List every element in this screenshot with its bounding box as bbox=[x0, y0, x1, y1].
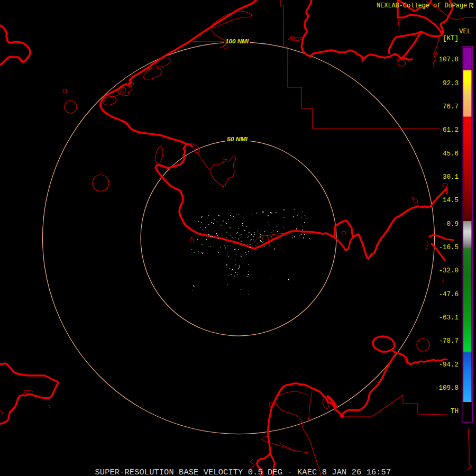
svg-text:-47.6: -47.6 bbox=[438, 291, 459, 298]
svg-text:-16.5: -16.5 bbox=[438, 244, 459, 251]
svg-text:NEXLAB-College of DuPage: NEXLAB-College of DuPage bbox=[377, 2, 467, 10]
svg-text:-94.2: -94.2 bbox=[438, 361, 459, 369]
svg-text:-0.9: -0.9 bbox=[443, 221, 459, 228]
svg-text:[KT]: [KT] bbox=[443, 35, 459, 42]
svg-text:45.6: 45.6 bbox=[443, 150, 459, 158]
svg-text:TH: TH bbox=[451, 408, 459, 415]
svg-text:-63.1: -63.1 bbox=[438, 314, 459, 322]
svg-text:30.1: 30.1 bbox=[443, 173, 459, 181]
svg-text:-78.7: -78.7 bbox=[438, 337, 459, 345]
svg-text:107.8: 107.8 bbox=[438, 56, 459, 63]
svg-text:76.7: 76.7 bbox=[443, 103, 459, 111]
svg-text:92.3: 92.3 bbox=[443, 80, 459, 87]
svg-text:-32.0: -32.0 bbox=[438, 267, 459, 274]
svg-text:61.2: 61.2 bbox=[443, 126, 459, 134]
svg-text:VEL: VEL bbox=[459, 28, 471, 35]
svg-text:14.5: 14.5 bbox=[443, 197, 459, 204]
svg-text:50 NMI: 50 NMI bbox=[227, 136, 248, 142]
svg-text:100 NMI: 100 NMI bbox=[225, 38, 249, 44]
svg-text:SUPER-RESOLUTION BASE VELOCITY: SUPER-RESOLUTION BASE VELOCITY 0.5 DEG -… bbox=[95, 468, 391, 476]
svg-text:-109.8: -109.8 bbox=[435, 385, 459, 392]
